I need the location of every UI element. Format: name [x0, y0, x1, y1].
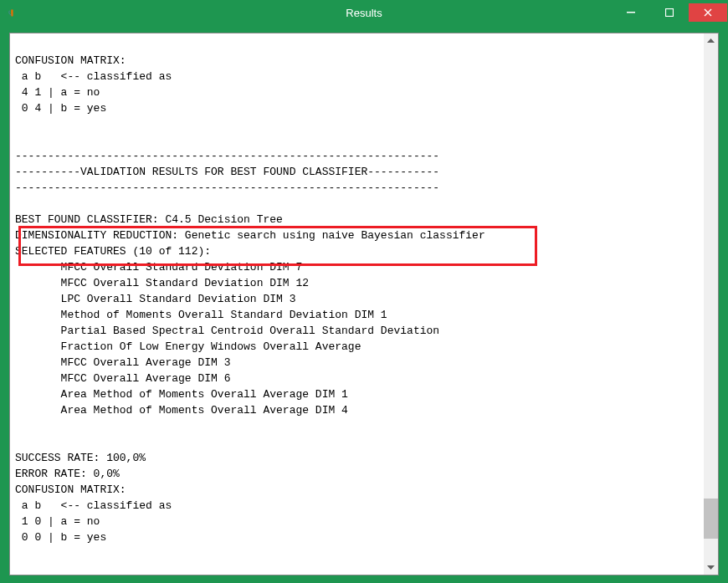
titlebar[interactable]: Results: [1, 1, 727, 24]
scroll-track[interactable]: [704, 48, 718, 560]
svg-marker-3: [707, 565, 715, 570]
svg-marker-2: [707, 38, 715, 43]
window-results: Results CONFUSION MATRIX: a b <-- classi…: [0, 0, 728, 583]
window-controls: [612, 3, 727, 22]
scroll-down-button[interactable]: [704, 560, 718, 575]
maximize-button[interactable]: [650, 3, 689, 22]
results-text-viewport[interactable]: CONFUSION MATRIX: a b <-- classified as …: [10, 33, 704, 575]
svg-rect-1: [666, 9, 674, 17]
scroll-thumb[interactable]: [704, 499, 718, 539]
results-output: CONFUSION MATRIX: a b <-- classified as …: [15, 37, 699, 545]
results-panel: CONFUSION MATRIX: a b <-- classified as …: [9, 33, 719, 575]
minimize-button[interactable]: [612, 3, 650, 22]
vertical-scrollbar[interactable]: [704, 33, 718, 575]
svg-rect-0: [627, 12, 635, 13]
scroll-up-button[interactable]: [704, 33, 718, 48]
close-button[interactable]: [689, 3, 727, 22]
java-app-icon: [6, 6, 19, 19]
client-area: CONFUSION MATRIX: a b <-- classified as …: [1, 24, 727, 583]
